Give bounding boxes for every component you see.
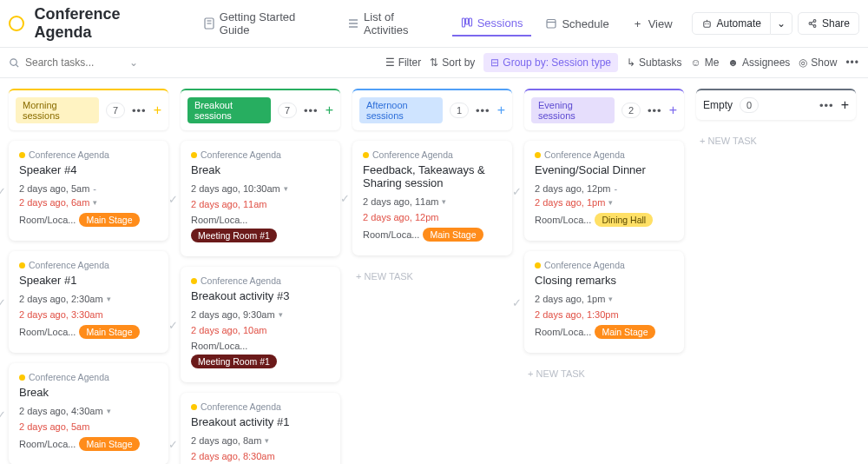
column-count: 2: [621, 103, 641, 118]
chevron-down-icon[interactable]: ▾: [284, 184, 288, 193]
crumb-text: Conference Agenda: [201, 401, 281, 412]
share-button[interactable]: Share: [798, 12, 859, 35]
column-morning: Morning sessions7•••+✓Conference AgendaS…: [9, 89, 168, 464]
task-card[interactable]: ✓Conference AgendaSpeaker #42 days ago, …: [9, 141, 168, 241]
column-add[interactable]: +: [497, 103, 505, 118]
status-dot-icon: [535, 152, 541, 158]
chevron-down-icon[interactable]: ▾: [279, 310, 283, 319]
check-icon[interactable]: ✓: [512, 184, 522, 197]
card-due-row: 2 days ago, 3:30am: [19, 309, 158, 320]
task-card[interactable]: ✓Conference AgendaBreakout activity #12 …: [181, 393, 340, 464]
column-count: 1: [450, 103, 469, 118]
column-evening: Evening sessions2•••+✓Conference AgendaE…: [524, 89, 684, 384]
automate-dropdown[interactable]: ⌄: [771, 12, 792, 35]
crumb-text: Conference Agenda: [29, 149, 109, 160]
nav-list-activities[interactable]: List of Activities: [339, 5, 447, 42]
chevron-down-icon[interactable]: ▾: [608, 295, 613, 303]
column-label[interactable]: Afternoon sessions: [359, 97, 443, 123]
card-title: Break: [19, 386, 158, 399]
group-by-button[interactable]: ⊟Group by: Session type: [483, 53, 618, 72]
chevron-down-icon: ⌄: [777, 17, 786, 30]
column-add[interactable]: +: [669, 103, 677, 118]
nav-sessions[interactable]: Sessions: [452, 11, 532, 36]
chevron-down-icon[interactable]: ▾: [93, 198, 97, 207]
task-card[interactable]: ✓Conference AgendaBreak2 days ago, 10:30…: [181, 141, 340, 256]
column-header: Empty0•••+: [696, 89, 856, 120]
new-task-button[interactable]: + NEW TASK: [352, 266, 512, 287]
check-icon[interactable]: ✓: [512, 295, 522, 308]
task-card[interactable]: ✓Conference AgendaSpeaker #12 days ago, …: [9, 251, 168, 353]
column-more[interactable]: •••: [648, 104, 662, 117]
chevron-down-icon[interactable]: ▾: [442, 197, 446, 206]
search-input[interactable]: [25, 56, 121, 69]
subtasks-button[interactable]: ↳Subtasks: [627, 56, 681, 69]
location-pill: Meeting Room #1: [191, 229, 277, 242]
column-add[interactable]: +: [154, 103, 161, 118]
search-dropdown[interactable]: ⌄: [129, 56, 138, 69]
me-button[interactable]: ☺Me: [690, 56, 719, 69]
status-dot-icon: [191, 152, 197, 158]
assignees-button[interactable]: ☻Assignees: [727, 56, 790, 69]
sort-button[interactable]: ⇅Sort by: [430, 56, 475, 69]
new-task-button[interactable]: + NEW TASK: [696, 130, 856, 151]
column-header: Breakout sessions7•••+: [181, 89, 340, 130]
view-toolbar: ⌄ ☰Filter ⇅Sort by ⊟Group by: Session ty…: [0, 48, 868, 78]
start-time: 2 days ago, 11am: [363, 196, 438, 207]
svg-rect-11: [703, 21, 709, 27]
location-pill: Main Stage: [79, 325, 139, 339]
location-label: Room/Loca...: [535, 215, 591, 225]
nav-label: Schedule: [562, 17, 608, 30]
nav-schedule[interactable]: Schedule: [536, 12, 617, 36]
chevron-down-icon[interactable]: ▾: [107, 407, 111, 415]
automate-button[interactable]: Automate: [692, 12, 771, 35]
column-more[interactable]: •••: [304, 104, 319, 117]
svg-point-20: [10, 58, 16, 64]
check-icon[interactable]: ✓: [168, 437, 178, 450]
check-icon[interactable]: ✓: [168, 318, 178, 331]
check-icon[interactable]: ✓: [340, 192, 350, 205]
check-icon[interactable]: ✓: [0, 184, 6, 197]
filter-button[interactable]: ☰Filter: [385, 56, 422, 69]
new-task-button[interactable]: + NEW TASK: [524, 363, 684, 384]
status-dot-icon: [19, 262, 25, 268]
column-more[interactable]: •••: [819, 99, 834, 112]
card-location-row: Room/Loca... Main Stage: [19, 437, 158, 451]
task-card[interactable]: ✓Conference AgendaFeedback, Takeaways & …: [352, 141, 512, 255]
status-dot-icon: [19, 152, 25, 158]
share-icon: [807, 18, 818, 29]
check-icon[interactable]: ✓: [0, 408, 6, 421]
task-card[interactable]: ✓Conference AgendaBreakout activity #32 …: [181, 267, 340, 382]
task-card[interactable]: ✓Conference AgendaEvening/Social Dinner2…: [524, 141, 684, 241]
check-icon[interactable]: ✓: [0, 295, 6, 308]
column-label[interactable]: Evening sessions: [531, 97, 615, 123]
crumb-text: Conference Agenda: [201, 275, 281, 286]
card-breadcrumb: Conference Agenda: [19, 149, 158, 160]
card-time-row: 2 days ago, 2:30am ▾: [19, 294, 158, 304]
column-label[interactable]: Breakout sessions: [187, 97, 271, 123]
column-label[interactable]: Empty: [703, 99, 733, 111]
chevron-down-icon[interactable]: ▾: [107, 295, 111, 303]
nav-add-view[interactable]: + View: [623, 12, 681, 36]
task-card[interactable]: ✓Conference AgendaBreak2 days ago, 4:30a…: [9, 363, 168, 464]
column-add[interactable]: +: [841, 97, 849, 113]
card-title: Feedback, Takeaways & Sharing session: [363, 163, 502, 189]
column-more[interactable]: •••: [132, 104, 147, 117]
toolbar-more[interactable]: •••: [845, 56, 859, 69]
task-card[interactable]: ✓Conference AgendaClosing remarks2 days …: [524, 251, 684, 353]
column-add[interactable]: +: [326, 103, 333, 118]
location-label: Room/Loca...: [535, 327, 591, 337]
card-time-row: 2 days ago, 4:30am ▾: [19, 406, 158, 416]
chevron-down-icon[interactable]: ▾: [265, 436, 269, 445]
card-location-row: Room/Loca... Main Stage: [363, 228, 502, 242]
check-icon[interactable]: ✓: [168, 192, 178, 205]
card-due-row: 2 days ago, 8:30am: [191, 451, 330, 461]
card-location-row: Room/Loca... Meeting Room #1: [191, 341, 330, 368]
chevron-down-icon[interactable]: ▾: [608, 198, 613, 207]
column-more[interactable]: •••: [476, 104, 490, 117]
nav-label: Getting Started Guide: [220, 10, 325, 36]
nav-getting-started[interactable]: Getting Started Guide: [194, 5, 333, 42]
column-label[interactable]: Morning sessions: [16, 97, 99, 123]
board-icon: [461, 17, 473, 29]
show-button[interactable]: ◎Show: [799, 56, 837, 69]
crumb-text: Conference Agenda: [372, 149, 453, 160]
